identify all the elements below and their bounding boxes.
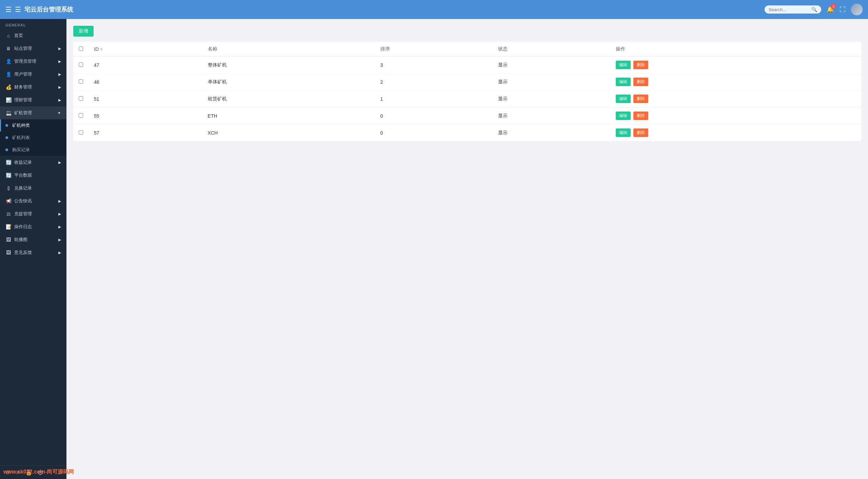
announcement-icon: 📢 [5,198,12,204]
edit-button[interactable]: 编辑 [616,128,631,137]
delete-button[interactable]: 删除 [633,112,648,120]
row-actions: 编辑 删除 [610,124,861,141]
row-status: 显示 [493,91,610,107]
row-id: 55 [88,107,202,124]
row-status: 显示 [493,57,610,74]
th-order: 排序 [375,42,493,57]
sidebar-item-feedback[interactable]: 🖼 意见反馈 ▶ [0,246,66,259]
sidebar-item-site-management[interactable]: 🖥 站点管理 ▶ [0,42,66,55]
edit-button[interactable]: 编辑 [616,95,631,103]
row-checkbox-cell [73,91,88,107]
delete-button[interactable]: 删除 [633,95,648,103]
row-actions: 编辑 删除 [610,107,861,124]
row-order: 2 [375,74,493,91]
search-box[interactable]: 🔍 [765,5,821,14]
sidebar-item-home[interactable]: ⌂ 首页 [0,29,66,42]
header-right: 🔍 🔔 0 ⛶ [765,4,863,15]
sidebar-item-carousel-label: 轮播图 [14,237,27,243]
sidebar-item-income-records[interactable]: 🔄 收益记录 ▶ [0,156,66,169]
delete-button[interactable]: 删除 [633,128,648,137]
sidebar-item-announcement-label: 公告快讯 [14,198,32,204]
platform-icon: 🔄 [5,173,12,178]
sidebar-item-announcement[interactable]: 📢 公告快讯 ▶ [0,195,66,207]
sidebar-item-miner-label: 矿机管理 [14,110,32,116]
delete-button[interactable]: 删除 [633,78,648,86]
sidebar-item-logs-label: 操作日志 [14,224,32,230]
sidebar-item-finance[interactable]: 💰 财务管理 ▶ [0,81,66,94]
fullscreen-icon[interactable]: ⛶ [840,6,846,13]
active-bar [0,119,1,132]
select-all-checkbox[interactable] [79,46,83,51]
table-row: 51 租赁矿机 1 显示 编辑 删除 [73,91,861,107]
row-checkbox-cell [73,124,88,141]
row-id: 47 [88,57,202,74]
row-status: 显示 [493,124,610,141]
layout: GENERAL ⌂ 首页 🖥 站点管理 ▶ 👤 管理员管理 ▶ 👤 用户管理 ▶… [0,19,868,479]
row-order: 0 [375,124,493,141]
sidebar-section-general: GENERAL [0,19,66,29]
row-checkbox[interactable] [79,113,83,118]
deposit-icon: ⚖ [5,211,12,217]
row-id: 46 [88,74,202,91]
table-row: 46 单体矿机 2 显示 编辑 删除 [73,74,861,91]
watermark: www.sk032.com-尚可源码网 [3,468,74,476]
sidebar-item-operation-logs[interactable]: 📝 操作日志 ▶ [0,220,66,233]
search-input[interactable] [769,7,809,12]
table-container: ID ⇅ 名称 排序 状态 操作 47 [73,42,861,141]
submenu-item-miner-list[interactable]: 矿机列表 [0,132,66,144]
arrow-icon-miner: ▼ [57,111,61,115]
sidebar-item-admin-management[interactable]: 👤 管理员管理 ▶ [0,55,66,68]
monitor-icon: 🖥 [5,46,12,51]
sidebar-item-deposit[interactable]: ⚖ 充提管理 ▶ [0,207,66,220]
table-body: 47 整体矿机 3 显示 编辑 删除 46 [73,57,861,141]
row-id: 57 [88,124,202,141]
edit-button[interactable]: 编辑 [616,78,631,86]
delete-button[interactable]: 删除 [633,61,648,69]
edit-button[interactable]: 编辑 [616,61,631,69]
row-checkbox[interactable] [79,130,83,135]
submenu-item-purchase-records[interactable]: 购买记录 [0,144,66,156]
row-checkbox[interactable] [79,96,83,101]
user-avatar[interactable] [851,4,863,15]
logs-icon: 📝 [5,224,12,229]
submenu-item-miner-types[interactable]: 矿机种类 [0,119,66,132]
row-checkbox[interactable] [79,62,83,67]
sidebar-item-wealth[interactable]: 📊 理财管理 ▶ [0,94,66,106]
carousel-icon: 🖼 [5,237,12,242]
add-button[interactable]: 新增 [73,26,94,37]
sidebar-item-platform-data[interactable]: 🔄 平台数据 [0,169,66,182]
user-icon: 👤 [5,72,12,77]
row-order: 0 [375,107,493,124]
arrow-icon-announcement: ▶ [58,199,61,203]
row-checkbox-cell [73,74,88,91]
arrow-icon-feedback: ▶ [58,251,61,255]
submenu-miner-list-label: 矿机列表 [12,135,30,141]
arrow-icon-logs: ▶ [58,225,61,229]
table-row: 47 整体矿机 3 显示 编辑 删除 [73,57,861,74]
main-content: 新增 ID ⇅ 名称 排序 [66,19,868,479]
arrow-icon-income: ▶ [58,160,61,165]
search-icon[interactable]: 🔍 [811,7,817,12]
sidebar-item-admin-label: 管理员管理 [14,58,36,64]
header-left: ☰ ☰ 宅云后台管理系统 [5,5,73,14]
arrow-icon-wealth: ▶ [58,98,61,102]
edit-button[interactable]: 编辑 [616,112,631,120]
sidebar-item-carousel[interactable]: 🖼 轮播图 ▶ [0,233,66,246]
sidebar-item-exchange-label: 兑换记录 [14,185,32,191]
row-checkbox-cell [73,107,88,124]
sidebar-item-user-management[interactable]: 👤 用户管理 ▶ [0,68,66,81]
th-status: 状态 [493,42,610,57]
notification-icon[interactable]: 🔔 0 [827,6,834,13]
admin-icon: 👤 [5,59,12,64]
row-name: 租赁矿机 [202,91,375,107]
row-name: 整体矿机 [202,57,375,74]
hamburger-icon[interactable]: ☰ [5,5,12,14]
row-checkbox[interactable] [79,79,83,84]
hamburger-icon-2[interactable]: ☰ [15,5,21,14]
sort-icon[interactable]: ⇅ [100,47,103,51]
arrow-icon-carousel: ▶ [58,238,61,242]
sidebar-item-exchange-records[interactable]: ₿ 兑换记录 [0,182,66,195]
sidebar-item-miner-management[interactable]: 💻 矿机管理 ▼ [0,106,66,119]
row-status: 显示 [493,74,610,91]
header: ☰ ☰ 宅云后台管理系统 🔍 🔔 0 ⛶ [0,0,868,19]
